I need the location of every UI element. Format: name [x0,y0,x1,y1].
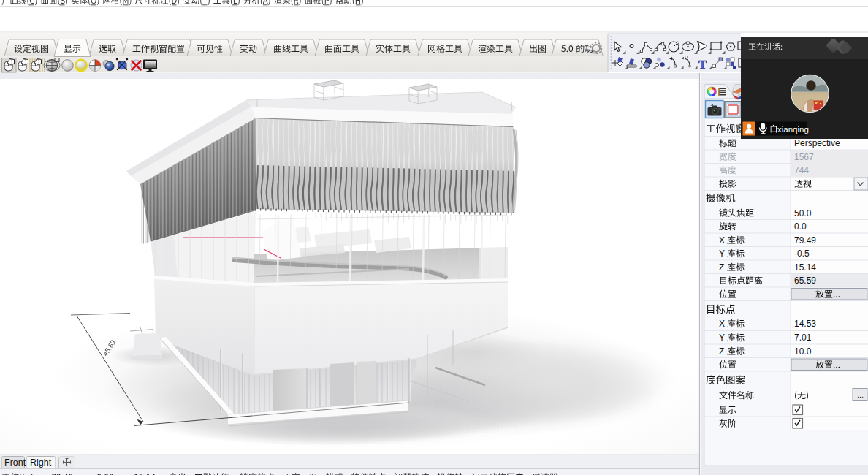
svg-text:1567: 1567 [794,152,814,162]
svg-text:0.0: 0.0 [794,221,807,232]
svg-text:Y: Y [719,332,725,343]
svg-text:Y: Y [719,248,725,259]
svg-text:Z: Z [719,346,724,357]
svg-text:X: X [719,319,725,329]
svg-text:79.49: 79.49 [794,235,816,246]
svg-text:X: X [719,235,725,246]
svg-text:65.59: 65.59 [794,276,816,286]
svg-text:...: ... [857,390,864,399]
svg-text:Z: Z [719,262,724,273]
svg-text:15.14: 15.14 [794,262,816,273]
svg-text:50.0: 50.0 [794,208,812,218]
svg-text:xianqing: xianqing [777,125,809,134]
svg-text:7.01: 7.01 [794,332,812,343]
svg-text:Right: Right [30,457,52,468]
svg-text:T: T [698,58,707,72]
svg-text:744: 744 [794,165,809,175]
svg-text:Perspective: Perspective [794,138,840,148]
svg-text:Front: Front [4,457,26,468]
svg-text:14.53: 14.53 [794,319,816,329]
svg-text:-0.5: -0.5 [794,248,810,259]
svg-text:10.0: 10.0 [794,346,812,357]
svg-text:»: » [585,45,589,54]
